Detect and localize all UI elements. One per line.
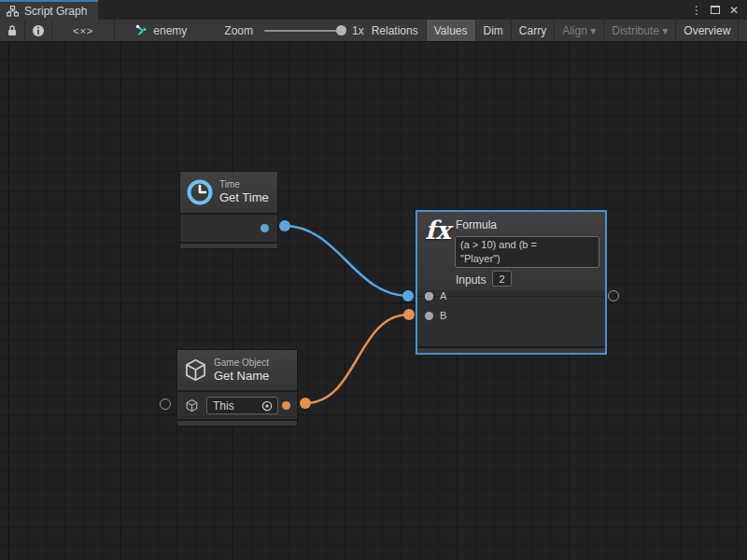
script-graph-window: Script Graph ⋮ ✕ <×> (0, 0, 747, 560)
connection-wires (0, 42, 747, 560)
tab-title: Script Graph (24, 5, 87, 18)
node-formula-header: fx Formula (a > 10) and (b = "Player") I… (417, 212, 605, 290)
node-title: Get Name (214, 369, 269, 384)
fullscreen-button[interactable]: Full Screen (739, 20, 747, 41)
info-button[interactable] (25, 20, 52, 41)
clock-icon (186, 178, 214, 206)
maximize-icon[interactable] (708, 3, 723, 18)
target-object-field[interactable]: This (206, 397, 278, 414)
node-title: Get Time (219, 190, 269, 205)
getname-output-port[interactable] (282, 401, 290, 410)
window-controls: ⋮ ✕ (689, 0, 747, 20)
graph-breadcrumb[interactable]: enemy (135, 20, 187, 41)
wire-gettime-to-formula-a[interactable] (285, 226, 408, 296)
node-get-time[interactable]: Time Get Time (180, 172, 277, 248)
graph-icon (7, 6, 19, 17)
wire-endpoint (403, 309, 415, 320)
values-button[interactable]: Values (427, 20, 476, 41)
info-icon (32, 24, 45, 37)
distribute-button[interactable]: Distribute ▾ (604, 20, 676, 41)
wire-endpoint (402, 290, 414, 301)
object-picker-icon[interactable] (261, 399, 274, 413)
node-get-time-header: Time Get Time (180, 172, 277, 213)
wire-getname-to-formula-b[interactable] (305, 315, 409, 403)
formula-output-port[interactable] (425, 292, 433, 301)
node-get-time-labels: Time Get Time (219, 179, 269, 205)
title-bar: Script Graph ⋮ ✕ (0, 0, 747, 20)
overview-button[interactable]: Overview (676, 20, 739, 41)
node-category: Game Object (214, 357, 269, 369)
inputs-count-field[interactable]: 2 (492, 271, 512, 287)
dim-button[interactable]: Dim (476, 20, 512, 41)
lock-button[interactable] (0, 20, 25, 41)
node-footer (177, 419, 297, 426)
code-view-button[interactable]: <×> (52, 20, 115, 41)
chevron-down-icon: ▾ (662, 24, 668, 37)
tab-script-graph[interactable]: Script Graph (0, 0, 98, 20)
graph-toolbar: <×> enemy Zoom 1x Relations Values Dim C… (0, 20, 747, 42)
node-title: Formula (456, 218, 497, 231)
more-menu-icon[interactable]: ⋮ (689, 3, 704, 18)
graph-canvas[interactable]: Time Get Time fx Formula (a > 10) and (b… (0, 42, 747, 560)
wire-endpoint (300, 398, 311, 409)
lock-icon (7, 24, 18, 36)
node-get-time-body (180, 215, 277, 242)
zoom-slider[interactable] (264, 30, 345, 32)
formula-expression-input[interactable]: (a > 10) and (b = "Player") (455, 236, 599, 268)
node-formula-body: A B (417, 290, 605, 343)
node-get-name-labels: Game Object Get Name (214, 357, 269, 384)
gettime-output-port[interactable] (261, 224, 269, 232)
node-get-name[interactable]: Game Object Get Name This (177, 350, 297, 426)
carry-button[interactable]: Carry (512, 20, 555, 41)
zoom-value: 1x (352, 24, 364, 37)
align-button[interactable]: Align ▾ (555, 20, 604, 41)
target-cube-icon (185, 399, 199, 413)
node-category: Time (219, 179, 269, 190)
node-formula[interactable]: fx Formula (a > 10) and (b = "Player") I… (417, 212, 605, 353)
formula-output-unconnected-indicator[interactable] (608, 290, 619, 301)
node-footer (417, 346, 605, 353)
relations-button[interactable]: Relations (364, 20, 427, 41)
graph-name: enemy (153, 24, 187, 37)
game-object-cube-icon (183, 357, 208, 383)
graph-ref-icon (135, 24, 148, 36)
port-row-a: A (417, 290, 605, 310)
zoom-control: Zoom 1x (224, 20, 363, 41)
zoom-label: Zoom (224, 24, 253, 37)
code-icon: <×> (60, 25, 106, 36)
formula-input-port-b[interactable] (425, 312, 433, 320)
node-footer (180, 242, 277, 248)
formula-fx-icon: fx (425, 216, 451, 245)
port-row-b: B (417, 310, 605, 329)
node-get-name-body: This (177, 392, 297, 419)
port-label-b: B (440, 310, 446, 321)
node-get-name-header: Game Object Get Name (177, 350, 297, 390)
close-icon[interactable]: ✕ (726, 3, 741, 18)
zoom-slider-handle[interactable] (336, 25, 346, 35)
port-label-a: A (440, 290, 446, 301)
getname-input-unconnected-indicator[interactable] (160, 399, 171, 410)
inputs-label: Inputs (456, 273, 486, 287)
chevron-down-icon: ▾ (590, 24, 596, 37)
target-object-value: This (207, 399, 261, 413)
wire-endpoint (279, 220, 290, 231)
